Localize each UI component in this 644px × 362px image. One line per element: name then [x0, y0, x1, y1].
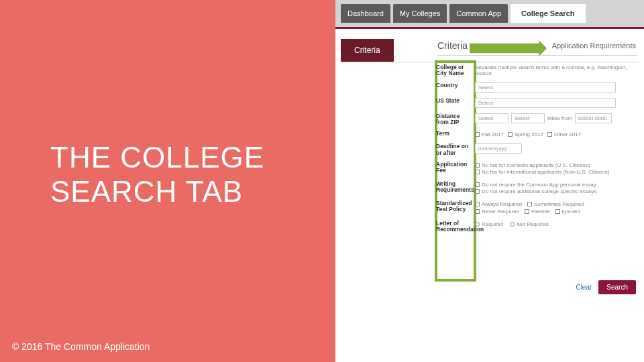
label-miles-from: Miles from	[547, 115, 572, 121]
label-app-fee: Application Fee	[436, 162, 475, 174]
label-test-policy: Standardized Test Policy	[436, 200, 475, 213]
form-actions: Clear Search	[576, 280, 636, 294]
label-country: Country	[436, 82, 475, 88]
input-deadline[interactable]: mm/dd/yyyy	[475, 143, 522, 154]
nav-underline	[335, 27, 644, 29]
tab-my-colleges[interactable]: My Colleges	[393, 4, 447, 23]
subtab-criteria[interactable]: Criteria	[341, 39, 394, 62]
app-screenshot: Dashboard My Colleges Common App College…	[335, 0, 644, 362]
checkbox-fee-domestic[interactable]	[475, 163, 480, 168]
clear-link[interactable]: Clear	[576, 284, 592, 291]
checkbox-test-never[interactable]	[475, 209, 480, 214]
tab-dashboard[interactable]: Dashboard	[341, 4, 390, 23]
panel-header-underline	[437, 55, 637, 56]
opt-letter-not-required: Not Required	[517, 221, 548, 227]
top-nav-bar: Dashboard My Colleges Common App College…	[335, 0, 644, 27]
label-college-name: College or City Name	[436, 64, 475, 77]
checkbox-writing-essay[interactable]	[475, 182, 480, 187]
radio-letter-required[interactable]	[475, 222, 480, 227]
select-distance-2[interactable]: Select	[511, 113, 545, 123]
label-deadline: Deadline on or after	[436, 143, 475, 156]
opt-term-other: Other 2017	[554, 131, 581, 137]
opt-writing-essay: Do not require the Common App personal e…	[482, 182, 596, 188]
opt-fee-intl: No fee for international applicants (Non…	[482, 169, 609, 175]
search-button[interactable]: Search	[598, 280, 636, 294]
opt-test-always: Always Required	[482, 201, 522, 207]
copyright-text: © 2016 The Common Application	[12, 341, 150, 352]
slide-left-panel: THE COLLEGE SEARCH TAB © 2016 The Common…	[0, 0, 335, 362]
label-term: Term	[436, 131, 475, 137]
opt-test-flexible: Flexible	[531, 208, 550, 215]
search-form: College or City Name Separate multiple s…	[436, 64, 637, 239]
checkbox-writing-specific[interactable]	[475, 189, 480, 194]
opt-test-ignored: Ignored	[562, 208, 580, 215]
opt-letter-required: Required	[482, 221, 503, 227]
checkbox-test-flexible[interactable]	[525, 209, 529, 214]
panel-header-criteria: Criteria	[437, 40, 468, 51]
checkbox-test-sometimes[interactable]	[527, 202, 532, 206]
checkbox-term-spring[interactable]	[508, 132, 513, 137]
opt-test-sometimes: Sometimes Required	[534, 201, 584, 207]
slide-title: THE COLLEGE SEARCH TAB	[50, 141, 335, 208]
select-distance-1[interactable]: Select	[475, 113, 508, 123]
label-us-state: US State	[436, 98, 475, 104]
opt-test-never: Never Required	[482, 208, 519, 215]
label-writing: Writing Requirements	[436, 181, 475, 194]
tab-college-search[interactable]: College Search	[511, 4, 585, 23]
opt-fee-domestic: No fee for domestic applicants (U.S. Cit…	[482, 162, 590, 168]
label-letter-rec: Letter of Recommendation	[436, 221, 475, 233]
tab-common-app[interactable]: Common App	[449, 4, 508, 23]
subtab-app-requirements[interactable]: Application Requirements	[552, 42, 636, 50]
opt-writing-specific: Do not require additional college-specif…	[482, 188, 596, 194]
label-distance: Distance from ZIP	[436, 113, 475, 126]
opt-term-spring: Spring 2017	[515, 131, 543, 137]
checkbox-test-ignored[interactable]	[555, 209, 560, 214]
checkbox-term-other[interactable]	[547, 132, 552, 137]
select-us-state[interactable]: Select	[475, 98, 616, 108]
input-zip[interactable]: 00000-0000	[575, 113, 612, 123]
radio-letter-not-required[interactable]	[510, 222, 515, 227]
checkbox-term-fall[interactable]	[475, 132, 480, 137]
select-country[interactable]: Select	[475, 82, 616, 93]
hint-college-name: Separate multiple search terms with a co…	[475, 64, 637, 76]
checkbox-test-always[interactable]	[475, 202, 480, 206]
checkbox-fee-intl[interactable]	[475, 170, 480, 174]
opt-term-fall: Fall 2017	[482, 131, 504, 137]
